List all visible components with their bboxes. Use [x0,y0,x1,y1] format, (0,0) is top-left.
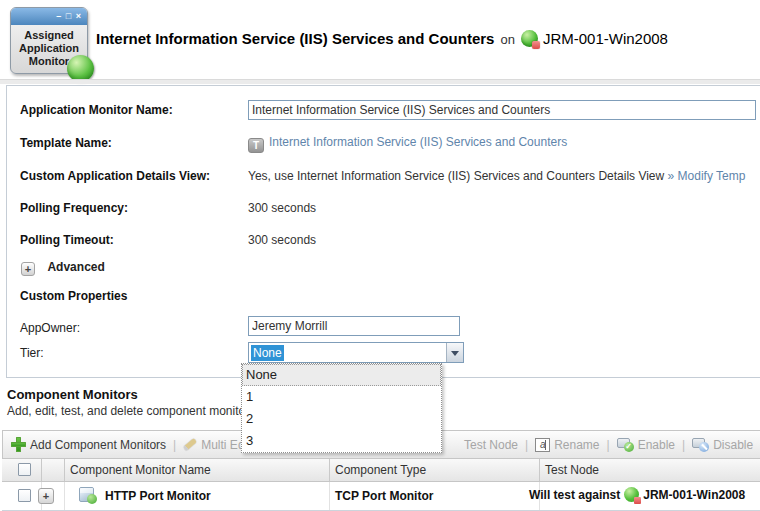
pencil-icon [183,438,197,451]
chevron-down-icon[interactable] [446,343,463,362]
add-component-monitors-button[interactable]: Add Component Monitors [11,437,166,452]
polling-frequency-label: Polling Frequency: [20,201,128,215]
row-checkbox[interactable] [18,489,31,502]
select-all-checkbox[interactable] [18,463,31,476]
tier-option-2[interactable]: 2 [242,408,441,430]
custom-details-view-label: Custom Application Details View: [20,169,210,183]
page-title-text: Internet Information Service (IIS) Servi… [96,30,494,47]
rename-icon: a [535,438,550,452]
app-icon-label-line2: Application [11,42,87,55]
polling-timeout-value: 300 seconds [248,233,316,247]
title-on-text: on [500,32,514,47]
component-monitors-heading: Component Monitors [7,387,138,402]
page-title: Internet Information Service (IIS) Servi… [96,30,668,47]
window-controls-icon: – □ × [11,8,87,25]
status-up-icon [67,55,94,82]
disable-icon [692,438,709,452]
template-link[interactable]: Internet Information Service (IIS) Servi… [269,135,567,149]
advanced-label[interactable]: Advanced [47,260,104,274]
polling-timeout-label: Polling Timeout: [20,233,114,247]
app-icon-label-line1: Assigned [11,29,87,42]
appowner-label: AppOwner: [20,321,80,335]
expand-plus-icon[interactable] [21,262,35,276]
toolbar-separator [173,438,176,452]
app-monitor-name-label: Application Monitor Name: [20,103,173,117]
node-name: JRM-001-Win2008 [543,30,668,47]
assigned-application-monitor-icon: – □ × Assigned Application Monitor [10,7,88,74]
row-expand-icon[interactable] [38,488,54,504]
tier-option-1[interactable]: 1 [242,386,441,408]
column-header-name[interactable]: Component Monitor Name [70,463,211,477]
tier-selected-value: None [251,345,284,361]
test-node-button[interactable]: Test Node [464,438,518,452]
component-monitors-description: Add, edit, test, and delete component mo… [7,404,249,418]
custom-properties-heading: Custom Properties [20,289,127,303]
assigned-application-monitor-page: – □ × Assigned Application Monitor Inter… [0,0,760,511]
appowner-input[interactable] [248,316,460,336]
enable-icon [617,438,634,452]
add-plus-icon [11,437,26,452]
test-node-name: JRM-001-Win2008 [643,488,745,502]
polling-frequency-value: 300 seconds [248,201,316,215]
table-row: HTTP Port Monitor TCP Port Monitor Will … [2,482,760,511]
advanced-expander[interactable]: Advanced [21,257,105,276]
modify-template-link[interactable]: » Modify Temp [668,169,746,183]
custom-details-view-value: Yes, use Internet Information Service (I… [248,169,668,183]
component-type: TCP Port Monitor [335,489,433,503]
app-monitor-name-input[interactable] [248,100,756,120]
column-header-type[interactable]: Component Type [335,463,426,477]
tier-label: Tier: [20,346,44,360]
tier-option-3[interactable]: 3 [242,430,441,452]
template-name-label: Template Name: [20,136,112,150]
tier-select[interactable]: None [248,342,464,363]
toolbar-separator [682,438,685,452]
disable-button[interactable]: Disable [692,438,753,452]
application-monitor-form: Application Monitor Name: Template Name:… [6,85,760,378]
component-cube-icon [79,487,94,502]
rename-button[interactable]: a Rename [535,438,599,452]
template-icon: T [248,138,264,153]
enable-button[interactable]: Enable [617,438,675,452]
tier-dropdown-list: None 1 2 3 [241,363,442,453]
test-node-prefix: Will test against [529,488,620,502]
component-monitors-table-header: Component Monitor Name Component Type Te… [2,459,760,482]
node-status-icon [521,30,538,47]
node-status-icon [624,487,639,502]
column-header-test-node[interactable]: Test Node [545,463,599,477]
toolbar-separator [607,438,610,452]
tier-option-none[interactable]: None [242,364,441,386]
component-monitor-name[interactable]: HTTP Port Monitor [105,489,211,503]
toolbar-separator [525,438,528,452]
header-divider [0,79,760,84]
test-node-cell: Will test againstJRM-001-Win2008 [529,487,745,502]
